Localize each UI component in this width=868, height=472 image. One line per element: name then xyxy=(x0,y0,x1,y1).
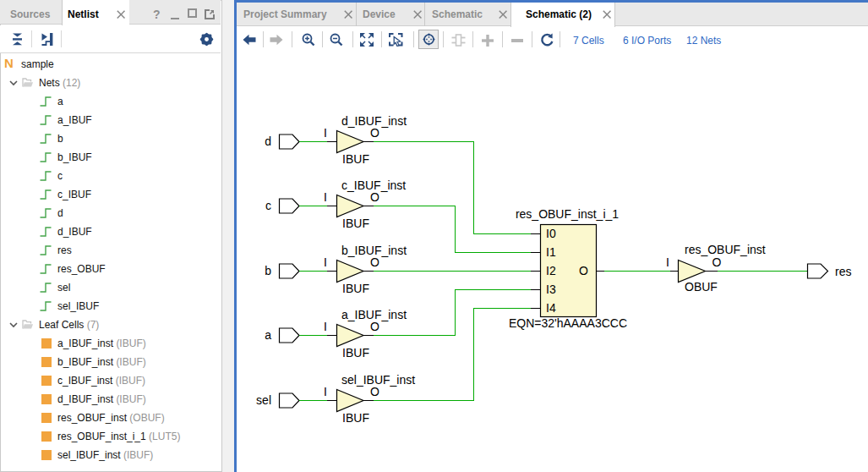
svg-text:IBUF: IBUF xyxy=(342,411,369,425)
svg-text:O: O xyxy=(579,264,588,277)
svg-text:d: d xyxy=(265,134,271,148)
svg-text:c: c xyxy=(265,199,271,212)
svg-text:I: I xyxy=(666,255,669,269)
svg-text:I0: I0 xyxy=(546,227,556,240)
svg-text:O: O xyxy=(712,255,722,269)
svg-text:I: I xyxy=(324,255,327,269)
svg-text:res_OBUF_inst_i_1: res_OBUF_inst_i_1 xyxy=(516,207,619,221)
svg-text:IBUF: IBUF xyxy=(342,152,369,166)
svg-text:a: a xyxy=(265,328,271,342)
svg-text:res: res xyxy=(835,265,851,278)
svg-text:a_IBUF_inst: a_IBUF_inst xyxy=(341,308,407,321)
svg-text:I2: I2 xyxy=(546,264,556,277)
svg-text:OBUF: OBUF xyxy=(685,280,718,294)
svg-text:IBUF: IBUF xyxy=(342,217,369,230)
svg-text:d_IBUF_inst: d_IBUF_inst xyxy=(341,114,407,128)
svg-text:I: I xyxy=(324,126,327,140)
svg-text:b: b xyxy=(265,264,271,277)
svg-text:I: I xyxy=(324,385,327,398)
svg-text:IBUF: IBUF xyxy=(342,346,369,359)
svg-text:I1: I1 xyxy=(546,245,556,259)
svg-text:b_IBUF_inst: b_IBUF_inst xyxy=(341,244,407,257)
svg-text:res_OBUF_inst: res_OBUF_inst xyxy=(685,243,766,256)
svg-text:sel_IBUF_inst: sel_IBUF_inst xyxy=(341,373,415,387)
svg-text:c_IBUF_inst: c_IBUF_inst xyxy=(341,178,406,192)
svg-text:I3: I3 xyxy=(546,283,556,296)
svg-text:I4: I4 xyxy=(546,301,556,315)
svg-text:I: I xyxy=(324,320,327,333)
svg-text:I: I xyxy=(324,190,327,204)
svg-text:sel: sel xyxy=(256,393,271,407)
svg-text:IBUF: IBUF xyxy=(342,282,369,295)
svg-text:EQN=32'hAAAA3CCC: EQN=32'hAAAA3CCC xyxy=(509,316,627,330)
